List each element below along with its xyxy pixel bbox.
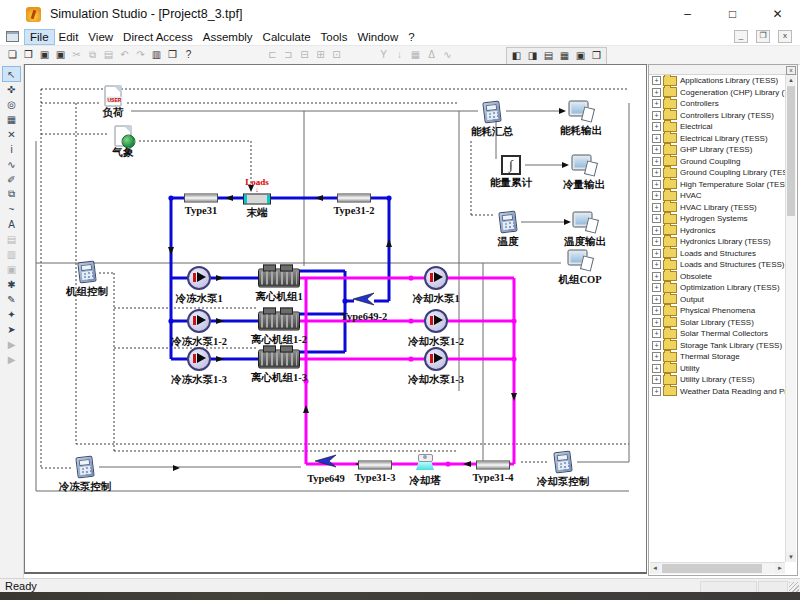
expand-icon[interactable]: +: [652, 306, 661, 315]
load-data-file[interactable]: USER: [105, 86, 122, 107]
panel-close-icon[interactable]: x: [786, 66, 796, 75]
pen-tool-icon[interactable]: ✎: [3, 292, 20, 306]
chilled-pump-control[interactable]: [77, 457, 94, 478]
expand-icon[interactable]: +: [652, 145, 661, 154]
resize-grip[interactable]: [789, 582, 799, 592]
expand-icon[interactable]: +: [652, 260, 661, 269]
menu-item-direct-access[interactable]: Direct Access: [118, 30, 198, 44]
cooling-output-plotter[interactable]: [572, 155, 597, 176]
print-icon[interactable]: ▥: [149, 47, 164, 62]
save-icon[interactable]: ▣: [37, 47, 52, 62]
expand-icon[interactable]: +: [652, 272, 661, 281]
menu-item-assembly[interactable]: Assembly: [198, 30, 258, 44]
expand-icon[interactable]: +: [652, 191, 661, 200]
expand-icon[interactable]: +: [652, 283, 661, 292]
open-icon[interactable]: ❒: [21, 47, 36, 62]
wrench-tool-icon[interactable]: ✐: [3, 172, 20, 186]
centrifugal-chiller-1[interactable]: [258, 269, 300, 288]
weather-data-file[interactable]: [115, 126, 132, 147]
cooling-water-pump-1-3[interactable]: [424, 347, 448, 371]
scroll-down-icon[interactable]: ▼: [786, 552, 796, 562]
minimize-button[interactable]: –: [665, 0, 710, 28]
energy-output-plotter[interactable]: [569, 101, 594, 122]
layout-rows-icon[interactable]: ▤: [541, 48, 556, 63]
expand-icon[interactable]: +: [652, 157, 661, 166]
unit-control[interactable]: [79, 262, 96, 283]
signal-tool-icon[interactable]: ~: [3, 202, 20, 216]
energy-summary[interactable]: [484, 102, 501, 123]
unit-cop-plotter[interactable]: [568, 250, 593, 271]
temperature-calc[interactable]: [500, 212, 517, 233]
layout-grid-icon[interactable]: ▦: [557, 48, 572, 63]
expand-icon[interactable]: +: [652, 249, 661, 258]
print-preview-icon[interactable]: ❐: [165, 47, 180, 62]
expand-icon[interactable]: +: [652, 111, 661, 120]
chilled-water-pump-1[interactable]: [187, 266, 211, 290]
menu-item-file[interactable]: File: [25, 30, 54, 44]
pipe-type31-3[interactable]: [358, 461, 392, 470]
expand-icon[interactable]: +: [652, 214, 661, 223]
settings-tool-icon[interactable]: ✱: [3, 277, 20, 291]
expand-icon[interactable]: +: [652, 134, 661, 143]
menu-item-tools[interactable]: Tools: [316, 30, 353, 44]
expand-icon[interactable]: +: [652, 122, 661, 131]
scroll-right-icon[interactable]: ►: [775, 563, 785, 573]
expand-icon[interactable]: +: [652, 364, 661, 373]
panel-header[interactable]: x: [649, 65, 797, 75]
expand-icon[interactable]: +: [652, 99, 661, 108]
mdi-restore-button[interactable]: ❐: [756, 30, 770, 43]
vscroll-thumb[interactable]: [787, 86, 795, 216]
cooling-tower[interactable]: [416, 454, 434, 470]
palette-tool-icon[interactable]: ▦: [3, 112, 20, 126]
temperature-output-plotter[interactable]: [573, 212, 598, 233]
diverter-type649[interactable]: [314, 453, 338, 473]
layout-cascade-icon[interactable]: ▣: [573, 48, 588, 63]
menu-item-view[interactable]: View: [83, 30, 118, 44]
expand-icon[interactable]: +: [652, 318, 661, 327]
select-tool-icon[interactable]: ↖: [3, 67, 20, 81]
scroll-up-icon[interactable]: ▲: [786, 75, 796, 85]
expand-icon[interactable]: +: [652, 88, 661, 97]
tree-horizontal-scrollbar[interactable]: ◄ ►: [650, 562, 785, 574]
terminal-unit[interactable]: [243, 194, 271, 205]
cooling-water-pump-1[interactable]: [424, 266, 448, 290]
menu-item-window[interactable]: Window: [352, 30, 403, 44]
expand-icon[interactable]: +: [652, 341, 661, 350]
expand-icon[interactable]: +: [652, 180, 661, 189]
text-tool-icon[interactable]: A: [3, 217, 20, 231]
hscroll-thumb[interactable]: [662, 564, 762, 573]
pan-tool-icon[interactable]: ✜: [3, 82, 20, 96]
centrifugal-chiller-1-2[interactable]: [258, 312, 300, 331]
expand-icon[interactable]: +: [652, 237, 661, 246]
new-icon[interactable]: ❏: [5, 47, 20, 62]
pipe-type31[interactable]: [184, 194, 218, 203]
expand-icon[interactable]: +: [652, 203, 661, 212]
scroll-left-icon[interactable]: ◄: [650, 563, 660, 573]
save-all-icon[interactable]: ▣: [53, 47, 68, 62]
tree-vertical-scrollbar[interactable]: ▲ ▼: [785, 75, 796, 562]
chilled-water-pump-1-3[interactable]: [187, 347, 211, 371]
expand-icon[interactable]: +: [652, 168, 661, 177]
help-icon[interactable]: ?: [181, 47, 196, 62]
centrifugal-chiller-1-3[interactable]: [258, 350, 300, 369]
menu-item-?[interactable]: ?: [403, 30, 419, 44]
expand-icon[interactable]: +: [652, 352, 661, 361]
energy-integrator[interactable]: ∫: [501, 155, 521, 175]
expand-icon[interactable]: +: [652, 329, 661, 338]
expand-icon[interactable]: +: [652, 76, 661, 85]
delete-tool-icon[interactable]: ✕: [3, 127, 20, 141]
info-tool-icon[interactable]: i: [3, 142, 20, 156]
maximize-button[interactable]: □: [710, 0, 755, 28]
stamp-tool-icon[interactable]: ⧉: [3, 187, 20, 201]
pipe-type31-4[interactable]: [476, 461, 510, 470]
zoom-tool-icon[interactable]: ◎: [3, 97, 20, 111]
mdi-close-button[interactable]: x: [778, 30, 792, 43]
layout-tile-icon[interactable]: ❐: [589, 48, 604, 63]
layout-right-icon[interactable]: ◨: [525, 48, 540, 63]
expand-icon[interactable]: +: [652, 295, 661, 304]
expand-icon[interactable]: +: [652, 387, 661, 396]
diverter-type649-2[interactable]: [352, 291, 376, 311]
menu-item-edit[interactable]: Edit: [54, 30, 84, 44]
build-tool-icon[interactable]: ✦: [3, 307, 20, 321]
link-tool-icon[interactable]: ∿: [3, 157, 20, 171]
